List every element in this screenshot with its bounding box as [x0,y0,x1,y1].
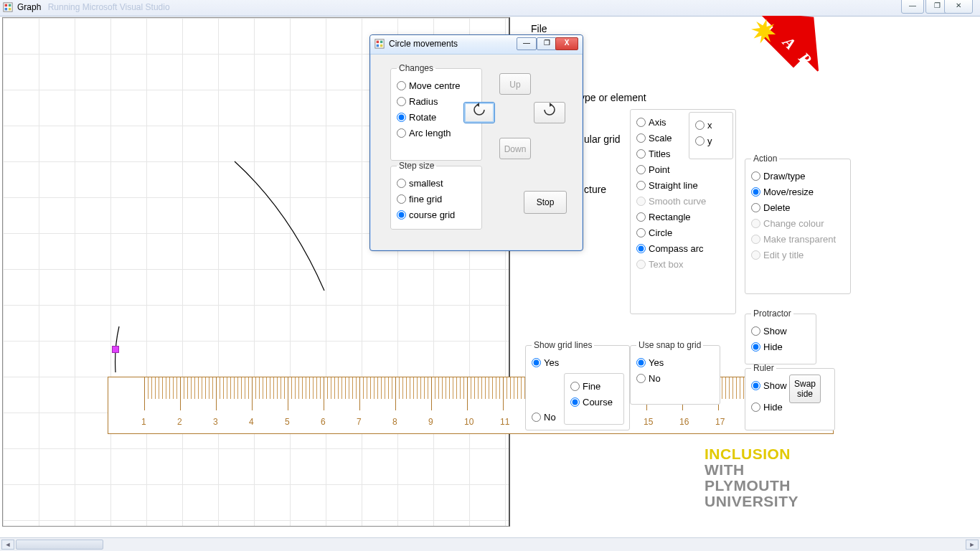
rotate-ccw-button[interactable] [463,102,495,123]
radio-smallest[interactable] [397,179,406,188]
radio-course-grid[interactable] [397,210,406,220]
radio-fine-grid[interactable] [397,194,406,204]
label-compass-arc: Compass arc [649,243,704,254]
label-axis: Axis [649,117,666,128]
ruler-number: 15 [644,417,653,427]
radio-rotate[interactable] [397,113,406,122]
radio-draw-type[interactable] [751,171,760,181]
label-scale: Scale [649,133,672,143]
window-title-sub: Running Microsoft Visual Studio [48,2,170,12]
dialog-close-button[interactable]: X [555,37,578,50]
svg-rect-3 [5,8,8,11]
horizontal-scrollbar[interactable]: ◄ ► [0,537,980,551]
radio-scale[interactable] [636,133,646,143]
dialog-maximize-button[interactable]: ❐ [537,37,557,50]
stop-button[interactable]: Stop [524,191,567,214]
label-straight-line: Straight line [649,180,698,191]
label-gridlines-no: No [544,412,556,423]
ruler-number: 1 [141,417,146,427]
radio-protractor-show[interactable] [751,326,760,336]
label-rotate: Rotate [409,112,436,123]
radio-text-box [636,260,646,269]
ruler-number: 5 [285,417,290,427]
radio-protractor-hide[interactable] [751,342,760,352]
svg-rect-1 [5,4,8,7]
radio-point[interactable] [636,165,646,174]
label-cture: cture [584,184,606,195]
radio-compass-arc[interactable] [636,244,646,253]
legend-ruler: Ruler [751,363,776,373]
ruler-number: 17 [715,417,725,427]
radio-gridlines-no[interactable] [532,413,541,422]
label-radius: Radius [409,96,438,107]
scroll-left-arrow[interactable]: ◄ [1,540,14,550]
label-grid-course: Course [583,397,613,408]
radio-delete[interactable] [751,203,760,212]
window-title: Graph Running Microsoft Visual Studio [17,2,170,12]
radio-rectangle[interactable] [636,212,646,222]
radio-arc-length[interactable] [397,128,406,138]
radio-grid-course[interactable] [570,397,580,407]
rotate-cw-icon [542,103,557,117]
swap-side-button[interactable]: Swap side [789,375,821,403]
plymouth-line2: WITH [705,462,798,478]
selection-handle[interactable] [112,346,119,353]
fieldset-protractor: Protractor Show Hide [745,309,816,364]
ruler-number: 2 [177,417,182,427]
label-arc-length: Arc length [409,128,451,138]
dialog-body: Changes Move centreRadiusRotateArc lengt… [370,55,583,251]
radio-make-transparent [751,235,760,244]
radio-grid-fine[interactable] [570,382,580,391]
radio-titles[interactable] [636,149,646,159]
dialog-titlebar[interactable]: Circle movements — ❐ X [370,35,583,55]
window-close-button[interactable]: ✕ [944,0,973,14]
radio-snap-no[interactable] [636,374,646,383]
radio-gridlines-yes[interactable] [532,358,541,367]
ruler-number: 9 [428,417,433,427]
window-minimize-button[interactable]: — [901,0,924,14]
label-rectangle: Rectangle [649,212,691,222]
radio-move-resize[interactable] [751,187,760,197]
label-grid-fine: Fine [583,381,600,392]
radio-ruler-show[interactable] [751,381,760,390]
up-button[interactable]: Up [499,73,531,95]
legend-action: Action [751,154,779,164]
radio-y[interactable] [695,136,705,146]
radio-change-colour [751,219,760,228]
scroll-thumb[interactable] [16,540,103,550]
radio-smooth-curve [636,197,646,206]
ruler[interactable]: 1234567891011121314151617181920 [108,377,834,434]
label-gridlines-yes: Yes [544,357,559,368]
label-change-colour: Change colour [763,218,824,229]
radio-axis[interactable] [636,118,646,127]
radio-x[interactable] [695,121,705,130]
label-protractor-show: Show [763,326,787,336]
main-titlebar: Graph Running Microsoft Visual Studio — … [0,0,980,17]
fieldset-action: Action Draw/typeMove/resizeDeleteChange … [745,154,851,294]
label-y: y [707,136,712,146]
ruler-number: 10 [464,417,473,427]
label-smallest: smallest [409,178,443,189]
radio-straight-line[interactable] [636,181,646,190]
rotate-cw-button[interactable] [534,102,565,123]
ruler-number: 6 [321,417,326,427]
dialog-app-icon [374,39,385,49]
ruler-number: 7 [357,417,362,427]
scroll-right-arrow[interactable]: ► [966,540,979,550]
plymouth-logo: INCLUSION WITH PLYMOUTH UNIVERSITY [705,446,798,509]
radio-radius[interactable] [397,97,406,106]
label-course-grid: course grid [409,209,455,220]
radio-ruler-hide[interactable] [751,402,760,412]
plymouth-line1: INCLUSION [705,446,798,462]
menu-file[interactable]: File [531,23,547,34]
dialog-minimize-button[interactable]: — [517,37,537,50]
label-type-or-element: ype or element [580,92,646,103]
down-button[interactable]: Down [499,138,531,159]
svg-rect-2 [9,4,11,7]
label-make-transparent: Make transparent [763,234,836,245]
radio-move-centre[interactable] [397,81,406,90]
radio-circle[interactable] [636,228,646,237]
radio-snap-yes[interactable] [636,358,646,367]
label-snap-yes: Yes [649,357,664,368]
label-x: x [707,120,712,131]
